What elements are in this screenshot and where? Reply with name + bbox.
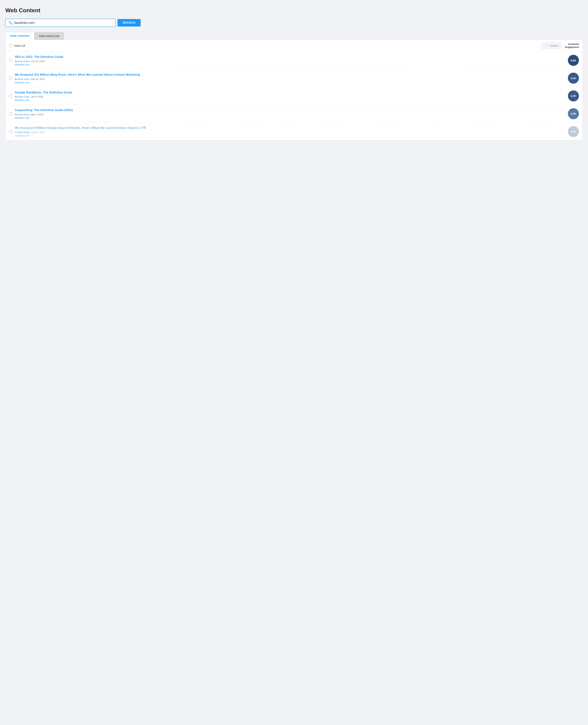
search-icon: 🔍 <box>8 21 13 25</box>
search-bar: 🔍 SEARCH <box>5 19 583 27</box>
toolbar-right: 📄 Actions Facebook Engagement <box>542 42 579 49</box>
item-author-1[interactable]: Brian Dean <box>18 78 30 81</box>
select-all-label: Select All <box>14 44 25 47</box>
actions-icon: 📄 <box>545 44 548 47</box>
item-domain-0[interactable]: backlinko.com <box>15 63 565 66</box>
actions-label: Actions <box>550 44 559 47</box>
item-info-1: We Analyzed 912 Million Blog Posts. Here… <box>15 72 565 84</box>
search-input-wrapper: 🔍 <box>5 19 116 27</box>
item-meta-4: By Brian Dean Aug 27, 2019 <box>15 131 565 134</box>
engagement-badge-2: 4.2K <box>568 90 579 102</box>
content-list: SEO in 2021: The Definitive Guide By Bri… <box>5 51 583 140</box>
engagement-badge-3: 3.8K <box>568 108 579 119</box>
tab-view-analysis[interactable]: VIEW ANALYSIS <box>34 32 64 40</box>
facebook-engagement-header: Facebook Engagement <box>565 43 579 49</box>
list-item: Copywriting: The Definitive Guide (2021)… <box>5 105 583 123</box>
item-checkbox-2[interactable] <box>9 94 12 98</box>
item-domain-1[interactable]: backlinko.com <box>15 81 565 84</box>
item-checkbox-1[interactable] <box>9 77 12 80</box>
actions-button[interactable]: 📄 Actions <box>542 42 562 49</box>
item-title-1[interactable]: We Analyzed 912 Million Blog Posts. Here… <box>15 72 565 77</box>
select-all-wrap: Select All <box>9 44 25 47</box>
tabs: VIEW CONTENT VIEW ANALYSIS <box>5 32 583 40</box>
item-title-4[interactable]: We Analyzed 5 Million Google Search Resu… <box>15 126 565 130</box>
tab-view-content[interactable]: VIEW CONTENT <box>5 32 34 40</box>
search-button[interactable]: SEARCH <box>118 19 141 26</box>
item-title-2[interactable]: Google RankBrain: The Definitive Guide <box>15 90 565 95</box>
item-domain-2[interactable]: backlinko.com <box>15 99 565 102</box>
content-panel: Select All 📄 Actions Facebook Engagement… <box>5 40 583 141</box>
engagement-badge-0: 9.9K <box>568 55 579 66</box>
toolbar: Select All 📄 Actions Facebook Engagement <box>5 40 583 51</box>
item-meta-2: By Brian Dean Jan 9, 2018 <box>15 95 565 98</box>
engagement-badge-4: 2.4K <box>568 126 579 137</box>
item-author-0[interactable]: Brian Dean <box>18 60 30 63</box>
list-item: Google RankBrain: The Definitive Guide B… <box>5 87 583 105</box>
item-author-3[interactable]: Brian Dean <box>18 113 30 116</box>
item-domain-3[interactable]: backlinko.com <box>15 116 565 119</box>
engagement-badge-1: 4.5K <box>568 72 579 84</box>
list-item: We Analyzed 912 Million Blog Posts. Here… <box>5 69 583 87</box>
item-title-3[interactable]: Copywriting: The Definitive Guide (2021) <box>15 108 565 112</box>
item-checkbox-4[interactable] <box>9 130 12 133</box>
item-author-4[interactable]: Brian Dean <box>18 131 30 134</box>
item-meta-1: By Brian Dean Feb 19, 2019 <box>15 78 565 81</box>
search-input[interactable] <box>14 21 112 25</box>
list-item: We Analyzed 5 Million Google Search Resu… <box>5 123 583 140</box>
item-checkbox-3[interactable] <box>9 112 12 115</box>
page-title: Web Content <box>5 7 583 14</box>
item-title-0[interactable]: SEO in 2021: The Definitive Guide <box>15 55 565 59</box>
item-checkbox-0[interactable] <box>9 59 12 62</box>
item-info-3: Copywriting: The Definitive Guide (2021)… <box>15 108 565 119</box>
item-info-2: Google RankBrain: The Definitive Guide B… <box>15 90 565 102</box>
select-all-checkbox[interactable] <box>9 44 12 47</box>
list-item: SEO in 2021: The Definitive Guide By Bri… <box>5 51 583 69</box>
item-author-2[interactable]: Brian Dean <box>18 95 30 98</box>
item-meta-3: By Brian Dean Mar 5, 2019 <box>15 113 565 116</box>
item-info-0: SEO in 2021: The Definitive Guide By Bri… <box>15 55 565 66</box>
item-domain-4[interactable]: backlinko.com <box>15 134 565 137</box>
item-info-4: We Analyzed 5 Million Google Search Resu… <box>15 126 565 137</box>
item-meta-0: By Brian Dean Jun 13, 2019 <box>15 60 565 63</box>
